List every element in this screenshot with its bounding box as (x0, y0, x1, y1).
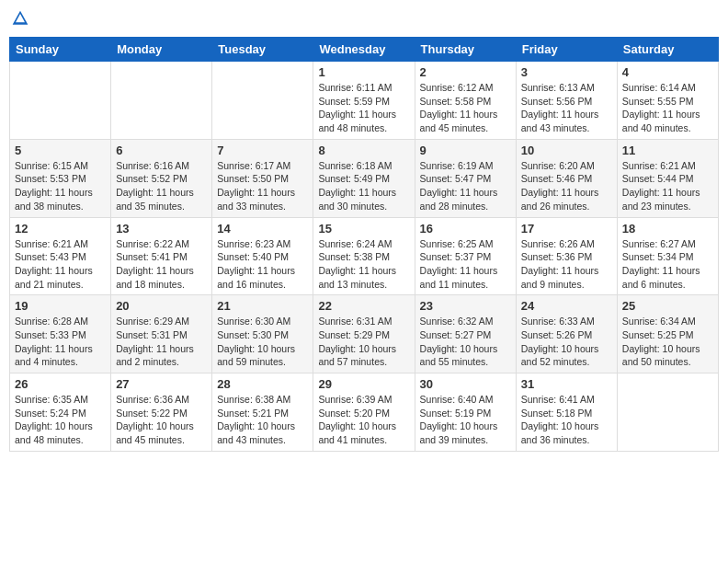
day-info: Sunrise: 6:13 AMSunset: 5:56 PMDaylight:… (521, 81, 612, 135)
day-cell: 24Sunrise: 6:33 AMSunset: 5:26 PMDayligh… (516, 295, 617, 373)
day-info: Sunrise: 6:15 AMSunset: 5:53 PMDaylight:… (15, 159, 106, 213)
day-cell: 20Sunrise: 6:29 AMSunset: 5:31 PMDayligh… (111, 295, 212, 373)
day-number: 6 (116, 144, 207, 157)
day-cell: 13Sunrise: 6:22 AMSunset: 5:41 PMDayligh… (111, 217, 212, 295)
page: SundayMondayTuesdayWednesdayThursdayFrid… (0, 0, 728, 563)
day-number: 16 (420, 222, 511, 236)
day-info: Sunrise: 6:29 AMSunset: 5:31 PMDaylight:… (116, 315, 207, 369)
day-number: 5 (15, 144, 106, 157)
week-row-2: 5Sunrise: 6:15 AMSunset: 5:53 PMDaylight… (10, 139, 719, 217)
day-cell: 26Sunrise: 6:35 AMSunset: 5:24 PMDayligh… (10, 373, 111, 452)
weekday-header-tuesday: Tuesday (212, 38, 313, 62)
day-number: 15 (318, 222, 409, 236)
day-cell: 17Sunrise: 6:26 AMSunset: 5:36 PMDayligh… (516, 217, 617, 295)
day-cell: 11Sunrise: 6:21 AMSunset: 5:44 PMDayligh… (617, 139, 718, 217)
day-cell: 27Sunrise: 6:36 AMSunset: 5:22 PMDayligh… (111, 373, 212, 452)
day-cell: 29Sunrise: 6:39 AMSunset: 5:20 PMDayligh… (313, 373, 415, 452)
day-cell: 3Sunrise: 6:13 AMSunset: 5:56 PMDaylight… (516, 62, 617, 140)
day-info: Sunrise: 6:31 AMSunset: 5:29 PMDaylight:… (318, 315, 409, 369)
day-number: 4 (622, 65, 713, 79)
day-cell: 23Sunrise: 6:32 AMSunset: 5:27 PMDayligh… (415, 295, 516, 373)
day-info: Sunrise: 6:12 AMSunset: 5:58 PMDaylight:… (420, 81, 511, 135)
day-cell: 1Sunrise: 6:11 AMSunset: 5:59 PMDaylight… (313, 62, 415, 140)
day-info: Sunrise: 6:32 AMSunset: 5:27 PMDaylight:… (420, 315, 511, 369)
day-info: Sunrise: 6:18 AMSunset: 5:49 PMDaylight:… (318, 159, 409, 213)
weekday-header-sunday: Sunday (10, 38, 111, 62)
day-cell: 16Sunrise: 6:25 AMSunset: 5:37 PMDayligh… (415, 217, 516, 295)
day-number: 3 (521, 65, 612, 79)
day-info: Sunrise: 6:20 AMSunset: 5:46 PMDaylight:… (521, 159, 612, 213)
day-number: 7 (217, 144, 308, 157)
week-row-4: 19Sunrise: 6:28 AMSunset: 5:33 PMDayligh… (10, 295, 719, 373)
header (9, 9, 719, 28)
day-info: Sunrise: 6:16 AMSunset: 5:52 PMDaylight:… (116, 159, 207, 213)
day-cell: 9Sunrise: 6:19 AMSunset: 5:47 PMDaylight… (415, 139, 516, 217)
day-info: Sunrise: 6:22 AMSunset: 5:41 PMDaylight:… (116, 237, 207, 292)
day-info: Sunrise: 6:25 AMSunset: 5:37 PMDaylight:… (420, 237, 511, 292)
day-info: Sunrise: 6:38 AMSunset: 5:21 PMDaylight:… (217, 393, 308, 447)
day-cell: 14Sunrise: 6:23 AMSunset: 5:40 PMDayligh… (212, 217, 313, 295)
week-row-3: 12Sunrise: 6:21 AMSunset: 5:43 PMDayligh… (10, 217, 719, 295)
day-info: Sunrise: 6:33 AMSunset: 5:26 PMDaylight:… (521, 315, 612, 369)
day-cell: 18Sunrise: 6:27 AMSunset: 5:34 PMDayligh… (617, 217, 718, 295)
week-row-1: 1Sunrise: 6:11 AMSunset: 5:59 PMDaylight… (10, 62, 719, 140)
day-cell: 12Sunrise: 6:21 AMSunset: 5:43 PMDayligh… (10, 217, 111, 295)
day-number: 22 (318, 299, 409, 313)
day-info: Sunrise: 6:11 AMSunset: 5:59 PMDaylight:… (318, 81, 409, 135)
day-cell: 6Sunrise: 6:16 AMSunset: 5:52 PMDaylight… (111, 139, 212, 217)
day-number: 10 (521, 144, 612, 157)
day-cell (212, 62, 313, 140)
logo-icon (11, 9, 29, 28)
day-number: 13 (116, 222, 207, 236)
day-cell: 31Sunrise: 6:41 AMSunset: 5:18 PMDayligh… (516, 373, 617, 452)
day-info: Sunrise: 6:26 AMSunset: 5:36 PMDaylight:… (521, 237, 612, 292)
weekday-header-monday: Monday (111, 38, 212, 62)
day-number: 19 (15, 299, 106, 313)
weekday-header-row: SundayMondayTuesdayWednesdayThursdayFrid… (10, 38, 719, 62)
day-number: 25 (622, 299, 713, 313)
day-info: Sunrise: 6:19 AMSunset: 5:47 PMDaylight:… (420, 159, 511, 213)
day-cell: 15Sunrise: 6:24 AMSunset: 5:38 PMDayligh… (313, 217, 415, 295)
day-number: 24 (521, 299, 612, 313)
day-number: 27 (116, 377, 207, 391)
day-number: 29 (318, 377, 409, 391)
day-number: 28 (217, 377, 308, 391)
weekday-header-thursday: Thursday (415, 38, 516, 62)
logo (9, 9, 29, 28)
day-number: 20 (116, 299, 207, 313)
day-info: Sunrise: 6:14 AMSunset: 5:55 PMDaylight:… (622, 81, 713, 135)
day-cell (111, 62, 212, 140)
day-number: 9 (420, 144, 511, 157)
day-info: Sunrise: 6:39 AMSunset: 5:20 PMDaylight:… (318, 393, 409, 447)
day-number: 18 (622, 222, 713, 236)
day-cell: 7Sunrise: 6:17 AMSunset: 5:50 PMDaylight… (212, 139, 313, 217)
day-info: Sunrise: 6:21 AMSunset: 5:43 PMDaylight:… (15, 237, 106, 292)
day-info: Sunrise: 6:24 AMSunset: 5:38 PMDaylight:… (318, 237, 409, 292)
day-number: 14 (217, 222, 308, 236)
calendar-table: SundayMondayTuesdayWednesdayThursdayFrid… (9, 37, 719, 452)
weekday-header-wednesday: Wednesday (313, 38, 415, 62)
day-number: 26 (15, 377, 106, 391)
day-cell: 22Sunrise: 6:31 AMSunset: 5:29 PMDayligh… (313, 295, 415, 373)
day-info: Sunrise: 6:23 AMSunset: 5:40 PMDaylight:… (217, 237, 308, 292)
day-number: 1 (318, 65, 409, 79)
day-info: Sunrise: 6:35 AMSunset: 5:24 PMDaylight:… (15, 393, 106, 447)
day-cell: 2Sunrise: 6:12 AMSunset: 5:58 PMDaylight… (415, 62, 516, 140)
day-cell: 5Sunrise: 6:15 AMSunset: 5:53 PMDaylight… (10, 139, 111, 217)
day-info: Sunrise: 6:36 AMSunset: 5:22 PMDaylight:… (116, 393, 207, 447)
day-number: 8 (318, 144, 409, 157)
day-cell: 4Sunrise: 6:14 AMSunset: 5:55 PMDaylight… (617, 62, 718, 140)
day-cell: 21Sunrise: 6:30 AMSunset: 5:30 PMDayligh… (212, 295, 313, 373)
day-cell: 10Sunrise: 6:20 AMSunset: 5:46 PMDayligh… (516, 139, 617, 217)
day-number: 2 (420, 65, 511, 79)
day-cell: 28Sunrise: 6:38 AMSunset: 5:21 PMDayligh… (212, 373, 313, 452)
day-cell: 8Sunrise: 6:18 AMSunset: 5:49 PMDaylight… (313, 139, 415, 217)
weekday-header-friday: Friday (516, 38, 617, 62)
weekday-header-saturday: Saturday (617, 38, 718, 62)
day-cell (10, 62, 111, 140)
day-number: 30 (420, 377, 511, 391)
day-info: Sunrise: 6:27 AMSunset: 5:34 PMDaylight:… (622, 237, 713, 292)
day-number: 11 (622, 144, 713, 157)
day-number: 21 (217, 299, 308, 313)
day-number: 12 (15, 222, 106, 236)
